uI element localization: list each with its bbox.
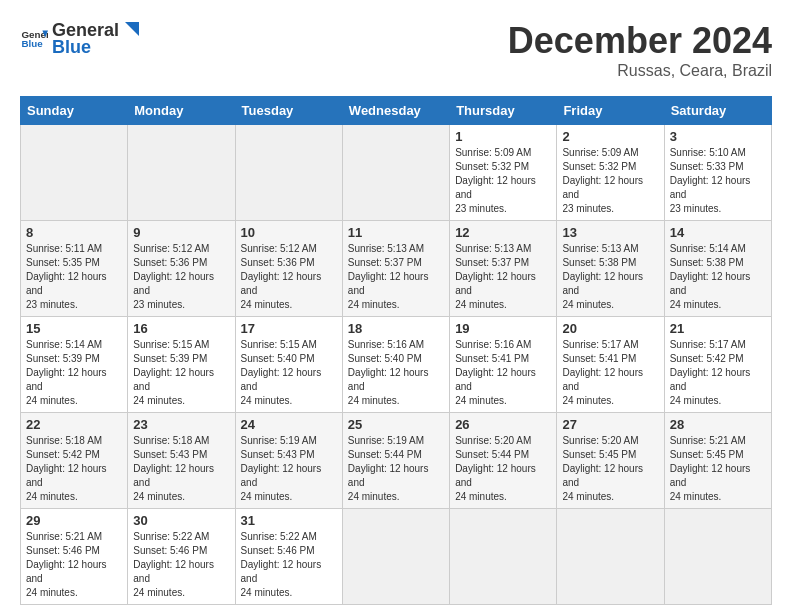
day-number: 18: [348, 321, 444, 336]
day-number: 24: [241, 417, 337, 432]
day-info: Sunrise: 5:19 AM Sunset: 5:44 PM Dayligh…: [348, 434, 444, 504]
calendar-cell: 21 Sunrise: 5:17 AM Sunset: 5:42 PM Dayl…: [664, 317, 771, 413]
day-number: 21: [670, 321, 766, 336]
logo-icon: General Blue: [20, 25, 48, 53]
calendar-cell: 26 Sunrise: 5:20 AM Sunset: 5:44 PM Dayl…: [450, 413, 557, 509]
day-number: 23: [133, 417, 229, 432]
day-info: Sunrise: 5:09 AM Sunset: 5:32 PM Dayligh…: [455, 146, 551, 216]
calendar-cell: 9 Sunrise: 5:12 AM Sunset: 5:36 PM Dayli…: [128, 221, 235, 317]
calendar-cell: 3 Sunrise: 5:10 AM Sunset: 5:33 PM Dayli…: [664, 125, 771, 221]
day-number: 26: [455, 417, 551, 432]
weekday-header-thursday: Thursday: [450, 97, 557, 125]
day-info: Sunrise: 5:12 AM Sunset: 5:36 PM Dayligh…: [241, 242, 337, 312]
day-number: 2: [562, 129, 658, 144]
calendar-cell: [557, 509, 664, 605]
calendar-cell: 17 Sunrise: 5:15 AM Sunset: 5:40 PM Dayl…: [235, 317, 342, 413]
calendar-body: 1 Sunrise: 5:09 AM Sunset: 5:32 PM Dayli…: [21, 125, 772, 605]
day-number: 8: [26, 225, 122, 240]
day-info: Sunrise: 5:18 AM Sunset: 5:43 PM Dayligh…: [133, 434, 229, 504]
weekday-header-sunday: Sunday: [21, 97, 128, 125]
calendar-cell: 22 Sunrise: 5:18 AM Sunset: 5:42 PM Dayl…: [21, 413, 128, 509]
location-title: Russas, Ceara, Brazil: [508, 62, 772, 80]
day-number: 28: [670, 417, 766, 432]
day-info: Sunrise: 5:14 AM Sunset: 5:38 PM Dayligh…: [670, 242, 766, 312]
day-info: Sunrise: 5:20 AM Sunset: 5:45 PM Dayligh…: [562, 434, 658, 504]
day-info: Sunrise: 5:22 AM Sunset: 5:46 PM Dayligh…: [241, 530, 337, 600]
calendar-cell: [342, 125, 449, 221]
day-number: 13: [562, 225, 658, 240]
calendar-cell: 24 Sunrise: 5:19 AM Sunset: 5:43 PM Dayl…: [235, 413, 342, 509]
day-info: Sunrise: 5:13 AM Sunset: 5:37 PM Dayligh…: [348, 242, 444, 312]
calendar-week-5: 29 Sunrise: 5:21 AM Sunset: 5:46 PM Dayl…: [21, 509, 772, 605]
calendar-cell: 27 Sunrise: 5:20 AM Sunset: 5:45 PM Dayl…: [557, 413, 664, 509]
calendar-cell: 15 Sunrise: 5:14 AM Sunset: 5:39 PM Dayl…: [21, 317, 128, 413]
svg-text:Blue: Blue: [21, 38, 43, 49]
day-info: Sunrise: 5:18 AM Sunset: 5:42 PM Dayligh…: [26, 434, 122, 504]
weekday-header-wednesday: Wednesday: [342, 97, 449, 125]
calendar-cell: 30 Sunrise: 5:22 AM Sunset: 5:46 PM Dayl…: [128, 509, 235, 605]
day-number: 25: [348, 417, 444, 432]
day-info: Sunrise: 5:13 AM Sunset: 5:37 PM Dayligh…: [455, 242, 551, 312]
day-number: 12: [455, 225, 551, 240]
calendar-week-3: 15 Sunrise: 5:14 AM Sunset: 5:39 PM Dayl…: [21, 317, 772, 413]
calendar-cell: 19 Sunrise: 5:16 AM Sunset: 5:41 PM Dayl…: [450, 317, 557, 413]
logo-triangle-icon: [121, 22, 139, 40]
calendar-cell: 13 Sunrise: 5:13 AM Sunset: 5:38 PM Dayl…: [557, 221, 664, 317]
day-info: Sunrise: 5:15 AM Sunset: 5:40 PM Dayligh…: [241, 338, 337, 408]
day-info: Sunrise: 5:17 AM Sunset: 5:41 PM Dayligh…: [562, 338, 658, 408]
calendar-header-row: SundayMondayTuesdayWednesdayThursdayFrid…: [21, 97, 772, 125]
day-info: Sunrise: 5:21 AM Sunset: 5:46 PM Dayligh…: [26, 530, 122, 600]
day-info: Sunrise: 5:17 AM Sunset: 5:42 PM Dayligh…: [670, 338, 766, 408]
svg-marker-3: [125, 22, 139, 36]
calendar-cell: 11 Sunrise: 5:13 AM Sunset: 5:37 PM Dayl…: [342, 221, 449, 317]
day-info: Sunrise: 5:12 AM Sunset: 5:36 PM Dayligh…: [133, 242, 229, 312]
day-number: 1: [455, 129, 551, 144]
day-info: Sunrise: 5:10 AM Sunset: 5:33 PM Dayligh…: [670, 146, 766, 216]
day-number: 31: [241, 513, 337, 528]
day-number: 15: [26, 321, 122, 336]
calendar-week-2: 8 Sunrise: 5:11 AM Sunset: 5:35 PM Dayli…: [21, 221, 772, 317]
day-info: Sunrise: 5:16 AM Sunset: 5:41 PM Dayligh…: [455, 338, 551, 408]
calendar-cell: 20 Sunrise: 5:17 AM Sunset: 5:41 PM Dayl…: [557, 317, 664, 413]
header: General Blue General Blue December 2024 …: [20, 20, 772, 80]
calendar-table: SundayMondayTuesdayWednesdayThursdayFrid…: [20, 96, 772, 605]
calendar-cell: 31 Sunrise: 5:22 AM Sunset: 5:46 PM Dayl…: [235, 509, 342, 605]
weekday-header-friday: Friday: [557, 97, 664, 125]
logo-blue-text: Blue: [52, 37, 91, 57]
day-info: Sunrise: 5:22 AM Sunset: 5:46 PM Dayligh…: [133, 530, 229, 600]
weekday-header-tuesday: Tuesday: [235, 97, 342, 125]
calendar-cell: 2 Sunrise: 5:09 AM Sunset: 5:32 PM Dayli…: [557, 125, 664, 221]
day-number: 17: [241, 321, 337, 336]
calendar-cell: 1 Sunrise: 5:09 AM Sunset: 5:32 PM Dayli…: [450, 125, 557, 221]
day-info: Sunrise: 5:14 AM Sunset: 5:39 PM Dayligh…: [26, 338, 122, 408]
day-info: Sunrise: 5:16 AM Sunset: 5:40 PM Dayligh…: [348, 338, 444, 408]
day-info: Sunrise: 5:11 AM Sunset: 5:35 PM Dayligh…: [26, 242, 122, 312]
weekday-header-saturday: Saturday: [664, 97, 771, 125]
day-number: 11: [348, 225, 444, 240]
calendar-cell: 16 Sunrise: 5:15 AM Sunset: 5:39 PM Dayl…: [128, 317, 235, 413]
calendar-week-4: 22 Sunrise: 5:18 AM Sunset: 5:42 PM Dayl…: [21, 413, 772, 509]
day-info: Sunrise: 5:20 AM Sunset: 5:44 PM Dayligh…: [455, 434, 551, 504]
day-info: Sunrise: 5:15 AM Sunset: 5:39 PM Dayligh…: [133, 338, 229, 408]
calendar-cell: [21, 125, 128, 221]
day-info: Sunrise: 5:21 AM Sunset: 5:45 PM Dayligh…: [670, 434, 766, 504]
calendar-cell: 14 Sunrise: 5:14 AM Sunset: 5:38 PM Dayl…: [664, 221, 771, 317]
calendar-cell: 8 Sunrise: 5:11 AM Sunset: 5:35 PM Dayli…: [21, 221, 128, 317]
day-number: 9: [133, 225, 229, 240]
month-title: December 2024: [508, 20, 772, 62]
day-number: 16: [133, 321, 229, 336]
weekday-header-monday: Monday: [128, 97, 235, 125]
day-number: 27: [562, 417, 658, 432]
calendar-cell: [450, 509, 557, 605]
calendar-cell: 23 Sunrise: 5:18 AM Sunset: 5:43 PM Dayl…: [128, 413, 235, 509]
calendar-cell: [664, 509, 771, 605]
day-number: 19: [455, 321, 551, 336]
day-number: 3: [670, 129, 766, 144]
calendar-cell: [128, 125, 235, 221]
calendar-week-1: 1 Sunrise: 5:09 AM Sunset: 5:32 PM Dayli…: [21, 125, 772, 221]
title-section: December 2024 Russas, Ceara, Brazil: [508, 20, 772, 80]
day-number: 14: [670, 225, 766, 240]
calendar-cell: 18 Sunrise: 5:16 AM Sunset: 5:40 PM Dayl…: [342, 317, 449, 413]
calendar-cell: [235, 125, 342, 221]
calendar-cell: 28 Sunrise: 5:21 AM Sunset: 5:45 PM Dayl…: [664, 413, 771, 509]
